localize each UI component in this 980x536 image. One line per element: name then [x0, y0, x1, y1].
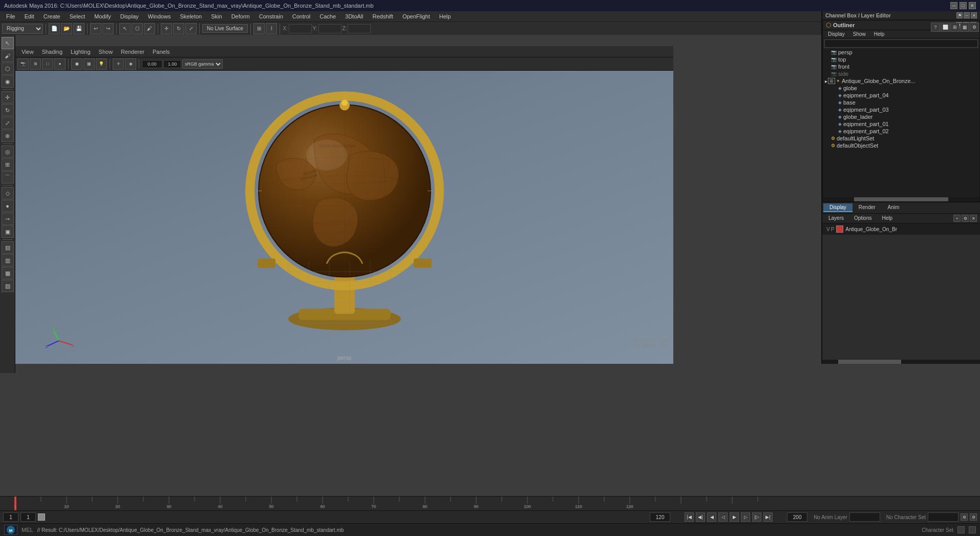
go-end-button[interactable]: ▶|	[763, 512, 773, 522]
timeline[interactable]: 1 10 20 30 40 50 60 70 80 90 1	[0, 496, 980, 510]
gamma-field[interactable]	[163, 60, 181, 68]
tree-item-side[interactable]: 📷 side	[823, 70, 979, 77]
go-start-button[interactable]: |◀	[685, 512, 694, 522]
start-frame-input[interactable]	[3, 512, 18, 522]
menu-constrain[interactable]: Constrain	[255, 12, 287, 20]
char-set-icon[interactable]	[957, 526, 965, 533]
menu-skeleton[interactable]: Skeleton	[176, 12, 206, 20]
layout-icon1[interactable]: ⬜	[941, 23, 950, 32]
mode-select[interactable]: Rigging	[2, 24, 43, 34]
vp-camera-button[interactable]: 📷	[17, 58, 29, 70]
layout-icon2[interactable]: ⊞	[950, 23, 960, 32]
settings-icon2[interactable]	[969, 526, 976, 533]
lasso-tool[interactable]: ⬡	[132, 23, 143, 34]
channel-box-min[interactable]: ─	[964, 12, 970, 18]
bend-button[interactable]: ⌒	[2, 171, 14, 183]
snap-grid-button[interactable]: ⊞	[253, 23, 265, 34]
cluster-button[interactable]: ◇	[2, 187, 14, 199]
scale-tool[interactable]: ⤢	[185, 23, 197, 34]
tree-item-top[interactable]: 📷 top	[823, 56, 979, 63]
next-frame-button[interactable]: ▷	[741, 512, 750, 522]
main-viewport[interactable]: INDIAN KINGDOM GREAT-ARAN OCEAN 90 90 0	[15, 71, 673, 364]
tree-item-eq01[interactable]: ◈ eqipment_part_01	[823, 120, 979, 128]
menu-edit[interactable]: Edit	[20, 12, 38, 20]
minimize-button[interactable]: ─	[950, 2, 957, 9]
play-back-button[interactable]: ◁	[718, 512, 728, 522]
rotate-button[interactable]: ↻	[2, 104, 14, 116]
menu-skin[interactable]: Skin	[207, 12, 226, 20]
menu-control[interactable]: Control	[288, 12, 314, 20]
tree-item-eq03[interactable]: ◈ eqipment_part_03	[823, 106, 979, 113]
current-frame-input[interactable]	[20, 512, 36, 522]
vp-menu-lighting[interactable]: Lighting	[68, 49, 94, 55]
window-controls[interactable]: ─ □ ✕	[950, 2, 976, 9]
prev-frame-button[interactable]: ◀	[707, 512, 716, 522]
tree-item-eq02[interactable]: ◈ eqipment_part_02	[823, 128, 979, 135]
lattice-button[interactable]: ⊞	[2, 158, 14, 171]
paint-select[interactable]: 🖌	[144, 23, 155, 34]
char-settings-button[interactable]: ⚙	[961, 513, 968, 521]
layer-delete-button[interactable]: ✕	[970, 215, 977, 222]
redo-button[interactable]: ↪	[102, 23, 114, 34]
skin-button[interactable]: ▣	[2, 225, 14, 238]
anim-settings-button[interactable]: ⚙	[970, 513, 977, 521]
vp-manip-button[interactable]: ✛	[113, 58, 124, 70]
vp-grid-button[interactable]: ⊞	[30, 58, 41, 70]
undo-button[interactable]: ↩	[90, 23, 101, 34]
vp-smooth-button[interactable]: ●	[54, 58, 66, 70]
select-button[interactable]: ↖	[2, 37, 14, 49]
layer-item-antique[interactable]: V P Antique_Globe_On_Br	[824, 224, 978, 234]
tree-item-globelader[interactable]: ◈ globe_lader	[823, 113, 979, 120]
char-set-box[interactable]	[928, 512, 958, 522]
sub-tab-layers[interactable]: Layers	[823, 215, 849, 222]
channel-box-icon1[interactable]: ⚑	[956, 12, 963, 18]
range-end-input[interactable]	[650, 512, 670, 522]
coord-x-input[interactable]	[289, 24, 312, 33]
vp-menu-view[interactable]: View	[18, 49, 37, 55]
layer-scrollbar[interactable]	[822, 360, 980, 364]
tree-item-globe[interactable]: ◈ globe	[823, 85, 979, 92]
maximize-button[interactable]: □	[960, 2, 967, 9]
menu-help[interactable]: Help	[435, 12, 455, 20]
channel-box-controls[interactable]: ⚑ ─ ✕	[956, 12, 977, 18]
set-button[interactable]: ▥	[2, 254, 14, 266]
menu-openflight[interactable]: OpenFlight	[398, 12, 434, 20]
range-max-input[interactable]	[787, 512, 807, 522]
sculpt-button[interactable]: ◉	[2, 75, 14, 88]
layer-add-button[interactable]: +	[953, 215, 961, 222]
vp-texture-button[interactable]: ▦	[83, 58, 95, 70]
outliner-search[interactable]	[824, 39, 978, 48]
tree-item-objectset[interactable]: ⚙ defaultObjectSet	[823, 142, 979, 149]
coord-y-input[interactable]	[318, 24, 342, 33]
vp-wireframe-button[interactable]: □	[42, 58, 53, 70]
open-file-button[interactable]: 📂	[61, 23, 72, 34]
timeline-ruler[interactable]: 1 10 20 30 40 50 60 70 80 90 1	[0, 497, 980, 510]
menu-redshift[interactable]: Redshift	[369, 12, 397, 20]
sub-tab-options[interactable]: Options	[849, 215, 877, 222]
outliner-scrollbar[interactable]	[823, 197, 979, 201]
attr-button[interactable]: ▦	[2, 267, 14, 279]
next-key-button[interactable]: |▷	[752, 512, 761, 522]
layout-icon3[interactable]: ▦	[960, 23, 969, 32]
menu-select[interactable]: Select	[66, 12, 90, 20]
vp-skel-button[interactable]: ◉	[125, 58, 136, 70]
outliner-tab-show[interactable]: Show	[849, 31, 870, 37]
sub-tab-help[interactable]: Help	[877, 215, 898, 222]
universal-manip[interactable]: ⊕	[2, 130, 14, 142]
new-file-button[interactable]: 📄	[49, 23, 60, 34]
prev-key-button[interactable]: ◀|	[696, 512, 705, 522]
tab-display[interactable]: Display	[823, 203, 853, 212]
coord-z-input[interactable]	[348, 24, 371, 33]
vp-menu-panels[interactable]: Panels	[150, 49, 173, 55]
menu-3dtoall[interactable]: 3DtoAll	[341, 12, 367, 20]
quick-sel[interactable]: ▧	[2, 280, 14, 292]
close-button[interactable]: ✕	[969, 2, 976, 9]
tree-item-eq04[interactable]: ◈ eqipment_part_04	[823, 92, 979, 99]
color-space-select[interactable]: sRGB gamma	[182, 59, 223, 69]
vp-menu-show[interactable]: Show	[96, 49, 116, 55]
exposure-field[interactable]	[142, 60, 162, 68]
vp-solid-button[interactable]: ◼	[71, 58, 82, 70]
play-forward-button[interactable]: ▶	[730, 512, 739, 522]
menu-deform[interactable]: Deform	[227, 12, 254, 20]
outliner-tab-help[interactable]: Help	[870, 31, 889, 37]
